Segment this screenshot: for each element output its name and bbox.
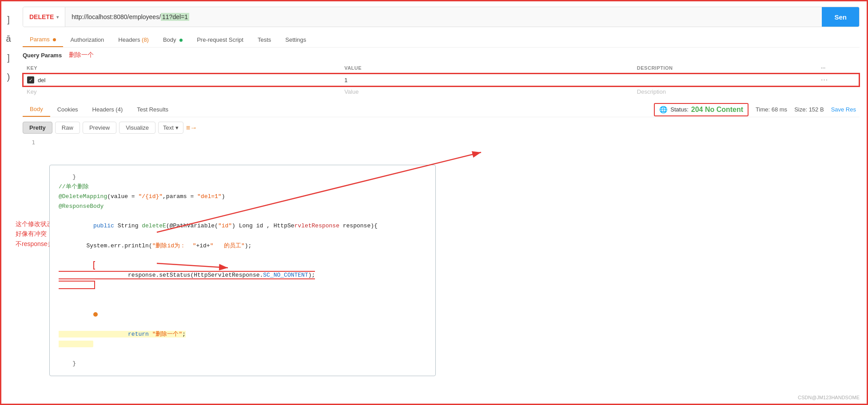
response-tab-cookies[interactable]: Cookies (50, 103, 85, 116)
save-response-link[interactable]: Save Res (831, 106, 856, 113)
status-label: Status: (670, 106, 688, 113)
left-sidebar-brackets: ] ā ] ) (1, 1, 16, 404)
table-row: ✓ del 1 ··· (23, 74, 859, 86)
tab-body[interactable]: Body (156, 33, 190, 47)
code-line-7: response.setStatus(HttpServletResponse.S… (59, 251, 426, 300)
method-chevron-icon: ▾ (56, 15, 59, 20)
tab-params[interactable]: Params (23, 32, 63, 47)
wrap-icon[interactable]: ≡→ (186, 124, 197, 132)
url-base: http://localhost:8080/employees/ (72, 13, 161, 20)
line-numbers: 1 (23, 138, 40, 146)
code-line-2: //单个删除 (59, 182, 426, 192)
orange-dot-icon (93, 312, 98, 317)
query-params-header: Query Params 删除一个 (23, 51, 860, 59)
code-line-6: System.err.println("删除id为： "+id+" 的员工"); (59, 241, 426, 251)
fmt-btn-pretty[interactable]: Pretty (23, 122, 52, 134)
text-dropdown[interactable]: Text ▾ (158, 122, 183, 134)
status-badge: 🌐 Status: 204 No Content (654, 103, 749, 116)
response-tab-test-results[interactable]: Test Results (130, 103, 175, 116)
url-display[interactable]: http://localhost:8080/employees/11?del=1 (65, 8, 822, 25)
response-time: Time: 68 ms (756, 106, 787, 113)
code-line-9: } (59, 359, 426, 369)
code-area: 1 } //单个删除 @DeleteMapping(value = "/{id}… (23, 138, 860, 146)
line-number-1: 1 (23, 139, 35, 146)
placeholder-desc: Description (633, 86, 817, 97)
th-key: KEY (23, 64, 341, 74)
body-dot (179, 39, 183, 42)
response-tab-body[interactable]: Body (23, 102, 50, 117)
desc-cell (633, 74, 817, 86)
value-value: 1 (344, 77, 347, 83)
code-line-4: @ResponseBody (59, 202, 426, 211)
query-params-label: Query Params (23, 52, 62, 59)
response-tabs-row: Body Cookies Headers (4) Test Results 🌐 … (23, 102, 860, 117)
tab-tests[interactable]: Tests (251, 33, 278, 47)
url-highlighted: 11?del=1 (161, 13, 189, 21)
th-actions: ··· (817, 64, 859, 74)
method-select[interactable]: DELETE ▾ (23, 7, 65, 27)
placeholder-key[interactable]: Key (23, 86, 341, 97)
code-overlay: } //单个删除 @DeleteMapping(value = "/{id}",… (49, 165, 436, 376)
placeholder-actions (817, 86, 859, 97)
code-line-1: } (59, 172, 426, 182)
code-line-5: public String deleteE(@PathVariable("id"… (59, 211, 426, 241)
key-cell: ✓ del (23, 74, 341, 86)
response-tab-headers[interactable]: Headers (4) (85, 103, 130, 116)
value-cell[interactable]: 1 (341, 74, 633, 86)
response-status-area: 🌐 Status: 204 No Content Time: 68 ms Siz… (654, 103, 860, 116)
highlighted-code-line: response.setStatus(HttpServletResponse.S… (59, 261, 315, 289)
send-button[interactable]: Sen (822, 7, 859, 27)
params-table: KEY VALUE DESCRIPTION ··· ✓ del 1 (23, 64, 860, 97)
text-dropdown-label: Text (163, 124, 174, 131)
fmt-btn-visualize[interactable]: Visualize (119, 122, 155, 134)
watermark: CSDN@JM123HANDSOME (798, 395, 860, 400)
tab-settings[interactable]: Settings (278, 33, 313, 47)
code-line-3: @DeleteMapping(value = "/{id}",params = … (59, 192, 426, 202)
format-toolbar: Pretty Raw Preview Visualize Text ▾ ≡→ (23, 122, 860, 134)
method-label: DELETE (29, 13, 54, 20)
response-size: Size: 152 B (794, 106, 824, 113)
key-value[interactable]: del (38, 77, 45, 83)
code-line-8: return "删除一个"; (59, 300, 426, 359)
table-row-placeholder: Key Value Description (23, 86, 859, 97)
fmt-btn-raw[interactable]: Raw (55, 122, 80, 134)
globe-icon: 🌐 (659, 106, 668, 114)
th-value: VALUE (341, 64, 633, 74)
row-actions-dots[interactable]: ··· (821, 76, 828, 83)
headers-badge: (8) (142, 36, 149, 43)
fmt-btn-preview[interactable]: Preview (83, 122, 116, 134)
tab-headers[interactable]: Headers (8) (111, 33, 156, 47)
status-value: 204 No Content (691, 106, 743, 114)
response-area: Body Cookies Headers (4) Test Results 🌐 … (23, 102, 860, 146)
response-tabs-left: Body Cookies Headers (4) Test Results (23, 102, 175, 117)
tab-authorization[interactable]: Authorization (63, 33, 111, 47)
row-checkbox[interactable]: ✓ (27, 76, 34, 83)
placeholder-value[interactable]: Value (341, 86, 633, 97)
actions-cell: ··· (817, 74, 859, 86)
delete-hint: 删除一个 (69, 51, 94, 59)
tab-pre-request[interactable]: Pre-request Script (190, 33, 251, 47)
th-description: DESCRIPTION (633, 64, 817, 74)
request-tabs: Params Authorization Headers (8) Body Pr… (23, 32, 860, 48)
dropdown-chevron-icon: ▾ (175, 124, 179, 131)
url-bar: DELETE ▾ http://localhost:8080/employees… (23, 7, 860, 27)
params-dot (53, 38, 56, 41)
